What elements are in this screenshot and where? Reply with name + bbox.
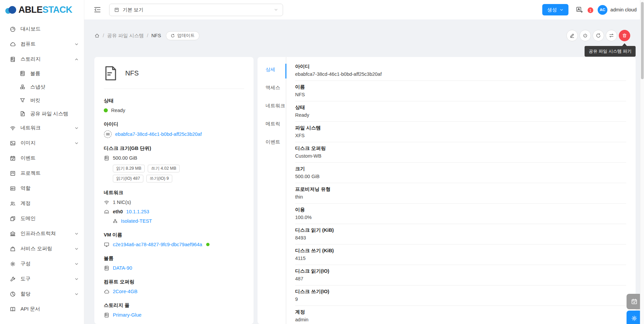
avatar: AC bbox=[598, 5, 607, 15]
storage-pool-section: 스토리지 풀 Primary-Glue bbox=[104, 302, 244, 319]
tab-network[interactable]: 네트워크 bbox=[258, 101, 286, 119]
breadcrumb-parent[interactable]: 공유 파일 시스템 bbox=[107, 33, 144, 39]
sidebar-item-service-offering[interactable]: 서비스 오퍼링 bbox=[0, 241, 84, 256]
breadcrumb-separator: / bbox=[147, 33, 148, 38]
vm-section: VM 이름 c2e194a6-ac78-4827-9fc9-dbc79aef96… bbox=[104, 232, 244, 248]
sidebar-item-bucket[interactable]: 버킷 bbox=[0, 94, 84, 107]
sidebar-item-quota[interactable]: 할당 bbox=[0, 286, 84, 302]
api-doc-icon bbox=[10, 306, 16, 312]
tab-details[interactable]: 상세 bbox=[258, 64, 286, 83]
sidebar: ABLESTACK 대시보드 컴퓨트 스토리지 볼륨 bbox=[0, 0, 84, 324]
section-label: VM 이름 bbox=[104, 232, 244, 238]
detail-label: 프로비저닝 유형 bbox=[295, 186, 626, 193]
tab-metrics[interactable]: 메트릭 bbox=[258, 119, 286, 137]
destroy-button[interactable] bbox=[619, 30, 630, 41]
section-label: 아이디 bbox=[104, 121, 244, 127]
detail-row: 계정 admin bbox=[295, 306, 626, 324]
view-selector-value: 기본 보기 bbox=[123, 7, 143, 13]
create-button[interactable]: 생성 bbox=[542, 4, 568, 15]
sidebar-item-dashboard[interactable]: 대시보드 bbox=[0, 21, 84, 37]
tab-access[interactable]: 액세스 bbox=[258, 83, 286, 101]
storage-pool-link[interactable]: Primary-Glue bbox=[113, 312, 141, 318]
sidebar-item-snapshot[interactable]: 스냅샷 bbox=[0, 80, 84, 94]
detail-label: 크기 bbox=[295, 166, 626, 172]
page-scrollbar[interactable] bbox=[640, 0, 644, 324]
detail-card: 상세 액세스 네트워크 메트릭 이벤트 아이디 ebabfca7-38cd-46… bbox=[258, 57, 636, 324]
network-name-link[interactable]: Isolated-TEST bbox=[121, 218, 152, 224]
chevron-down-icon bbox=[75, 247, 79, 251]
brand-able: ABLE bbox=[18, 5, 43, 15]
resource-id-link[interactable]: ebabfca7-38cd-46c1-b0bd-aff25c3b20af bbox=[115, 131, 202, 137]
detail-label: 이름 bbox=[295, 84, 626, 90]
write-bytes-badge: 쓰기 4.02 MB bbox=[148, 165, 180, 172]
topbar-right: 생성 1 AC admin cloud bbox=[542, 4, 637, 15]
shared-filesystem-icon bbox=[19, 111, 26, 117]
power-button[interactable] bbox=[580, 30, 591, 41]
detail-value: Custom-WB bbox=[295, 153, 626, 159]
sidebar-item-tools[interactable]: 도구 bbox=[0, 271, 84, 286]
home-icon[interactable] bbox=[94, 33, 100, 38]
tab-events[interactable]: 이벤트 bbox=[258, 137, 286, 155]
edit-button[interactable] bbox=[566, 30, 578, 41]
vm-link[interactable]: c2e194a6-ac78-4827-9fc9-dbc79aef964a bbox=[113, 242, 202, 247]
detail-label: 상태 bbox=[295, 104, 626, 111]
translate-icon[interactable] bbox=[576, 6, 583, 13]
sidebar-item-event[interactable]: 이벤트 bbox=[0, 151, 84, 166]
sidebar-item-api-doc[interactable]: API 문서 bbox=[0, 302, 84, 317]
scrollbar-thumb[interactable] bbox=[641, 2, 644, 79]
sidebar-item-shared-filesystem[interactable]: 공유 파일 시스템 bbox=[0, 107, 84, 120]
sidebar-item-compute[interactable]: 컴퓨트 bbox=[0, 37, 84, 52]
notification-badge: 1 bbox=[588, 7, 593, 13]
detail-row: 디스크 오퍼링 Custom-WB bbox=[295, 142, 626, 163]
detail-label: 디스크 쓰기(IO) bbox=[295, 288, 626, 295]
sidebar-item-image[interactable]: 이미지 bbox=[0, 136, 84, 151]
section-label: 상태 bbox=[104, 98, 244, 104]
detail-value: thin bbox=[295, 194, 626, 200]
sidebar-item-volume[interactable]: 볼륨 bbox=[0, 67, 84, 80]
chevron-down-icon bbox=[75, 262, 79, 266]
detail-label: 계정 bbox=[295, 309, 626, 315]
sidebar-item-infrastructure[interactable]: 인프라스트럭쳐 bbox=[0, 226, 84, 241]
sidebar-item-label: 계정 bbox=[20, 200, 79, 207]
bridge-icon bbox=[104, 209, 109, 215]
sidebar-item-role[interactable]: 역할 bbox=[0, 181, 84, 196]
detail-label: 디스크 읽기 (KiB) bbox=[295, 227, 626, 233]
project-icon bbox=[10, 170, 16, 176]
sidebar-item-label: 공유 파일 시스템 bbox=[30, 111, 79, 117]
nic-ip-link[interactable]: 10.1.1.253 bbox=[126, 209, 149, 214]
event-icon bbox=[10, 155, 16, 161]
detail-value: ebabfca7-38cd-46c1-b0bd-aff25c3b20af bbox=[295, 71, 626, 77]
detail-value: XFS bbox=[295, 133, 626, 138]
network-section: 네트워크 1 NIC(s) eth0 10.1.1.253 Isol bbox=[104, 190, 244, 225]
id-section: 아이디 ebabfca7-38cd-46c1-b0bd-aff25c3b20af bbox=[104, 121, 244, 138]
volume-link[interactable]: DATA-90 bbox=[113, 265, 132, 271]
compute-cloud-icon bbox=[10, 41, 16, 47]
sidebar-item-label: 네트워크 bbox=[20, 125, 75, 131]
sidebar-item-storage[interactable]: 스토리지 bbox=[0, 52, 84, 67]
resource-title: NFS bbox=[125, 69, 139, 77]
vm-status-dot bbox=[206, 243, 210, 246]
menu-fold-icon[interactable] bbox=[94, 6, 101, 13]
update-button[interactable]: 업데이트 bbox=[166, 31, 199, 40]
sidebar-item-network[interactable]: 네트워크 bbox=[0, 120, 84, 136]
sidebar-item-config[interactable]: 구성 bbox=[0, 256, 84, 271]
sidebar-item-domain[interactable]: 도메인 bbox=[0, 211, 84, 226]
chevron-down-icon bbox=[75, 232, 79, 236]
breadcrumb-row: / 공유 파일 시스템 / NFS 업데이트 bbox=[94, 28, 636, 43]
chevron-down-icon bbox=[75, 141, 79, 145]
update-button-label: 업데이트 bbox=[177, 33, 195, 39]
compute-offering-link[interactable]: 2Core-4GB bbox=[113, 289, 137, 294]
brand-logo[interactable]: ABLESTACK bbox=[0, 0, 84, 19]
sidebar-item-project[interactable]: 프로젝트 bbox=[0, 166, 84, 181]
sidebar-nav: 대시보드 컴퓨트 스토리지 볼륨 스냅샷 버킷 bbox=[0, 19, 84, 317]
detail-label: 디스크 읽기(IO) bbox=[295, 268, 626, 274]
view-selector[interactable]: 기본 보기 bbox=[109, 4, 283, 16]
write-io-badge: 쓰기(IO) 9 bbox=[146, 175, 172, 182]
brand-stack: STACK bbox=[43, 5, 73, 15]
user-menu[interactable]: AC admin cloud bbox=[598, 5, 637, 15]
sidebar-item-label: 도구 bbox=[20, 276, 75, 282]
reload-button[interactable] bbox=[593, 30, 604, 41]
sidebar-item-account[interactable]: 계정 bbox=[0, 196, 84, 211]
migrate-button[interactable] bbox=[606, 30, 617, 41]
gear-fab-icon bbox=[631, 315, 638, 322]
